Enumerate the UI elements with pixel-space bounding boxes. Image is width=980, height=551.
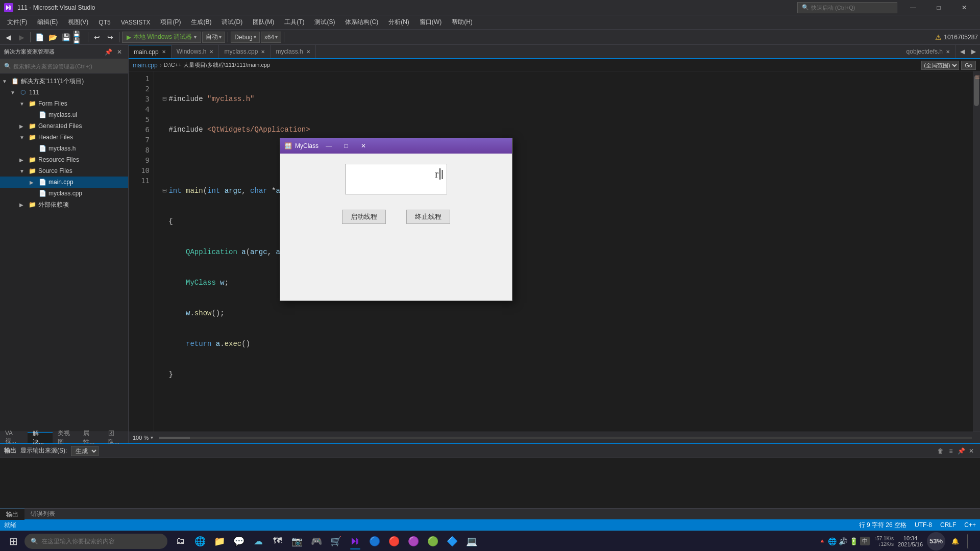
tab-windowsh[interactable]: Windows.h ✕: [172, 45, 219, 58]
menu-edit[interactable]: 编辑(E): [32, 16, 63, 29]
taskbar-app-cloud[interactable]: ☁: [249, 532, 267, 550]
battery-icon[interactable]: 🔋: [849, 537, 858, 545]
tab-myclassh[interactable]: myclass.h ✕: [271, 45, 315, 58]
dialog-restore-button[interactable]: □: [339, 140, 353, 152]
taskbar-app-purple[interactable]: 🟣: [404, 532, 423, 550]
taskbar-app-vs[interactable]: [346, 532, 364, 550]
sidebar-close[interactable]: ✕: [115, 47, 124, 57]
taskbar-app-wechat[interactable]: 💬: [230, 532, 248, 550]
sidebar-item-myclassui[interactable]: ▶ 📄 myclass.ui: [0, 109, 128, 120]
sidebar-item-resourcefiles[interactable]: ▶ 📁 Resource Files: [0, 154, 128, 165]
config-dropdown[interactable]: 自动 ▾: [202, 32, 225, 43]
start-button[interactable]: ⊞: [4, 532, 22, 550]
network-icon[interactable]: 🌐: [828, 537, 837, 545]
stop-thread-button[interactable]: 终止线程: [406, 210, 450, 224]
menu-team[interactable]: 团队(M): [248, 16, 279, 29]
taskbar-app-maps[interactable]: 🗺: [268, 532, 287, 550]
tab-close-myclassh[interactable]: ✕: [306, 49, 310, 55]
taskbar-app-edge[interactable]: 🌐: [191, 532, 209, 550]
minimize-button[interactable]: —: [901, 0, 925, 15]
taskbar-app-green[interactable]: 🟢: [424, 532, 442, 550]
dialog-titlebar[interactable]: 🪟 MyClass — □ ✕: [280, 138, 512, 154]
menu-help[interactable]: 帮助(H): [447, 16, 478, 29]
menu-arch[interactable]: 体系结构(C): [340, 16, 383, 29]
sidebar-item-project[interactable]: ▼ ⬡ 111: [0, 87, 128, 98]
menu-project[interactable]: 项目(P): [155, 16, 186, 29]
platform-dropdown[interactable]: x64 ▾: [261, 32, 281, 43]
output-wrap-btn[interactable]: ≡: [946, 446, 955, 456]
tab-close-maincpp[interactable]: ✕: [162, 49, 166, 55]
sidebar-item-formfiles[interactable]: ▼ 📁 Form Files: [0, 98, 128, 109]
zoom-scrollbar[interactable]: [159, 437, 972, 439]
taskbar-app-game[interactable]: 🎮: [307, 532, 326, 550]
tab-close-windowsh[interactable]: ✕: [209, 49, 213, 55]
sidebar-item-myclasscpp[interactable]: ▶ 📄 myclass.cpp: [0, 188, 128, 199]
restore-button[interactable]: □: [927, 0, 950, 15]
taskbar-app-red[interactable]: 🔴: [385, 532, 403, 550]
menu-build[interactable]: 生成(B): [186, 16, 216, 29]
sidebar-search-input[interactable]: [13, 63, 124, 69]
taskbar-app-taskview[interactable]: 🗂: [172, 532, 190, 550]
output-source-select[interactable]: 生成: [71, 446, 99, 456]
sidebar-item-solution[interactable]: ▼ 📋 解决方案'111'(1个项目): [0, 76, 128, 87]
tab-close-qobjectdefs[interactable]: ✕: [946, 49, 950, 55]
sidebar-item-extdeps[interactable]: ▶ 📁 外部依赖项: [0, 199, 128, 210]
sidebar-item-myclassh[interactable]: ▶ 📄 myclass.h: [0, 143, 128, 154]
tab-myclasscpp[interactable]: myclass.cpp ✕: [219, 45, 271, 58]
taskbar-search-input[interactable]: [41, 538, 161, 545]
zoom-dropdown[interactable]: ▾: [151, 435, 153, 440]
tab-scroll-left[interactable]: ◀: [958, 47, 967, 56]
start-thread-button[interactable]: 启动线程: [342, 210, 386, 224]
taskbar-app-camera[interactable]: 📷: [288, 532, 306, 550]
toolbar-redo[interactable]: ↪: [104, 31, 116, 43]
menu-vassistx[interactable]: VASSISTX: [116, 17, 156, 28]
zoom-scroll-thumb[interactable]: [159, 437, 190, 439]
output-clear-btn[interactable]: 🗑: [936, 446, 945, 456]
code-content[interactable]: ⊟#include "myclass.h" #include <QtWidget…: [154, 71, 973, 432]
menu-tools[interactable]: 工具(T): [279, 16, 309, 29]
scrollbar-thumb[interactable]: [974, 76, 979, 106]
volume-icon[interactable]: 🔊: [839, 537, 847, 545]
code-editor[interactable]: 1 2 3 4 5 6 7 8 9 10 11 ⊟#include "mycla…: [129, 71, 980, 432]
sidebar-tab-va[interactable]: VA 视...: [0, 432, 28, 443]
menu-test[interactable]: 测试(S): [309, 16, 340, 29]
quick-launch-input[interactable]: [811, 5, 893, 11]
toolbar-save[interactable]: 💾: [60, 31, 72, 43]
toolbar-new[interactable]: 📄: [33, 31, 45, 43]
menu-window[interactable]: 窗口(W): [414, 16, 447, 29]
menu-debug[interactable]: 调试(D): [216, 16, 248, 29]
tab-maincpp[interactable]: main.cpp ✕: [129, 45, 172, 58]
toolbar-open[interactable]: 📂: [46, 31, 59, 43]
taskbar-app-diamond[interactable]: 🔷: [443, 532, 461, 550]
keyboard-icon[interactable]: 中: [860, 537, 870, 545]
show-desktop-button[interactable]: [967, 534, 972, 549]
sidebar-item-sourcefiles[interactable]: ▼ 📁 Source Files: [0, 165, 128, 177]
tab-output[interactable]: 输出: [0, 509, 24, 520]
tab-close-myclasscpp[interactable]: ✕: [261, 49, 265, 55]
sidebar-tab-class[interactable]: 类视图: [53, 432, 79, 443]
dialog-textbox[interactable]: r |: [345, 164, 447, 194]
menu-file[interactable]: 文件(F): [2, 16, 32, 29]
sidebar-tab-props[interactable]: 属性...: [78, 432, 103, 443]
chevron-up-icon[interactable]: 🔺: [819, 538, 826, 544]
taskbar-app-laptop[interactable]: 💻: [462, 532, 481, 550]
toolbar-undo[interactable]: ↩: [91, 31, 103, 43]
editor-scrollbar[interactable]: [973, 71, 980, 432]
tab-errorlist[interactable]: 错误列表: [24, 509, 61, 520]
dialog-close-button[interactable]: ✕: [356, 140, 371, 152]
menu-view[interactable]: 视图(V): [63, 16, 93, 29]
sidebar-item-headerfiles[interactable]: ▼ 📁 Header Files: [0, 132, 128, 143]
taskbar-app-store[interactable]: 🛒: [327, 532, 345, 550]
build-config-dropdown[interactable]: Debug ▾: [231, 32, 259, 43]
output-pin-btn[interactable]: 📌: [957, 446, 966, 456]
dialog-minimize-button[interactable]: —: [322, 140, 336, 152]
scope-selector[interactable]: (全局范围): [921, 61, 959, 70]
taskbar-search[interactable]: 🔍: [24, 534, 167, 549]
toolbar-save-all[interactable]: 💾💾: [73, 31, 85, 43]
tab-qobjectdefs[interactable]: qobjectdefs.h ✕: [901, 45, 955, 58]
breadcrumb-go-btn[interactable]: Go: [961, 61, 976, 70]
notifications-button[interactable]: 🔔: [949, 537, 961, 546]
tab-scroll-right[interactable]: ▶: [969, 47, 978, 56]
debug-start-button[interactable]: ▶ 本地 Windows 调试器 ▾: [122, 32, 201, 43]
toolbar-forward[interactable]: ▶: [15, 31, 28, 43]
